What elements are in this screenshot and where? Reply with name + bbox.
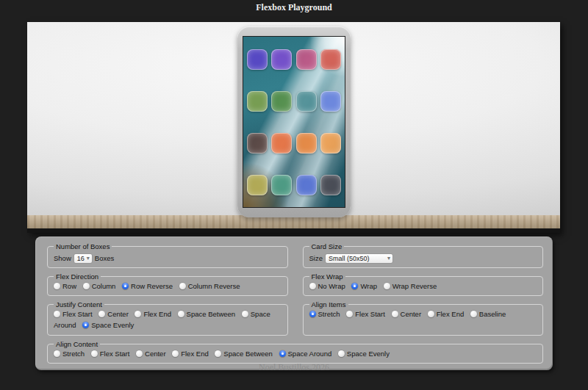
radio-label: Flex Start xyxy=(62,310,93,318)
phone-screen xyxy=(243,36,345,208)
radio-option[interactable]: Wrap Reverse xyxy=(384,282,437,290)
flex-box xyxy=(271,49,292,70)
radio-label: Space Evenly xyxy=(347,350,390,358)
radio-option[interactable]: Space Between xyxy=(215,350,273,358)
radio-icon[interactable] xyxy=(54,283,60,289)
radio-option[interactable]: Space Between xyxy=(178,310,236,318)
radio-option[interactable]: Row Reverse xyxy=(122,282,173,290)
radio-selected-icon[interactable] xyxy=(122,283,129,289)
radio-label: Space Around xyxy=(288,350,332,358)
radio-icon[interactable] xyxy=(392,311,398,317)
radio-option[interactable]: Flex End xyxy=(428,310,465,318)
radio-option[interactable]: Flex End xyxy=(172,350,209,358)
radio-icon[interactable] xyxy=(470,311,477,317)
flex-box xyxy=(296,175,317,195)
radio-group-flex-direction: Row Column Row Reverse Column Reverse xyxy=(54,281,282,292)
radio-option[interactable]: Space Evenly xyxy=(338,350,390,358)
card-size-label-before: Size xyxy=(309,254,323,262)
radio-option[interactable]: Space Around xyxy=(279,350,332,358)
radio-selected-icon[interactable] xyxy=(82,322,89,328)
radio-icon[interactable] xyxy=(172,350,179,357)
flex-box-container xyxy=(243,37,345,207)
radio-icon[interactable] xyxy=(178,311,184,317)
radio-option[interactable]: No Wrap xyxy=(309,282,345,290)
radio-icon[interactable] xyxy=(346,311,353,317)
fieldset-align-content: Align Content Stretch Flex Start Center … xyxy=(47,340,543,364)
boxes-count-select[interactable]: 16▾ xyxy=(74,253,93,264)
radio-label: Center xyxy=(401,310,422,318)
radio-label: Row xyxy=(62,282,76,290)
radio-icon[interactable] xyxy=(242,311,248,317)
radio-label: Space Evenly xyxy=(91,321,134,329)
fieldset-legend: Justify Content xyxy=(54,300,104,308)
flex-box xyxy=(271,91,292,112)
radio-option[interactable]: Center xyxy=(98,310,129,318)
select-value: 16 xyxy=(77,254,85,263)
fieldset-legend: Align Content xyxy=(54,340,100,348)
radio-icon[interactable] xyxy=(135,311,141,317)
radio-label: Space Between xyxy=(187,310,236,318)
flex-box xyxy=(320,91,341,112)
radio-icon[interactable] xyxy=(309,283,316,289)
radio-label: Stretch xyxy=(318,310,340,318)
radio-label: Flex Start xyxy=(100,350,130,358)
radio-icon[interactable] xyxy=(179,283,186,289)
radio-option[interactable]: Stretch xyxy=(54,350,85,358)
radio-icon[interactable] xyxy=(215,350,221,357)
radio-option[interactable]: Row xyxy=(54,282,76,290)
radio-selected-icon[interactable] xyxy=(279,350,286,357)
radio-icon[interactable] xyxy=(91,350,98,357)
app-root: Flexbox Playground Number of Boxes Show1… xyxy=(0,0,588,390)
fieldset-legend: Flex Direction xyxy=(54,272,101,281)
radio-label: No Wrap xyxy=(318,282,345,290)
radio-group-flex-wrap: No Wrap Wrap Wrap Reverse xyxy=(309,281,537,292)
flex-box xyxy=(296,133,317,154)
radio-option[interactable]: Baseline xyxy=(470,310,506,318)
radio-label: Space Between xyxy=(223,350,273,358)
controls-panel: Number of Boxes Show16▾Boxes Card Size S… xyxy=(35,236,553,370)
footer-credit: Noel Bustillos 2026 xyxy=(0,362,588,373)
radio-selected-icon[interactable] xyxy=(309,311,316,317)
radio-icon[interactable] xyxy=(136,350,143,357)
boxes-count-label-before: Show xyxy=(54,254,71,262)
card-size-select[interactable]: Small (50x50)▾ xyxy=(325,253,393,264)
radio-icon[interactable] xyxy=(98,311,105,317)
radio-option[interactable]: Column xyxy=(83,282,116,290)
radio-selected-icon[interactable] xyxy=(351,283,358,289)
flex-box xyxy=(247,175,268,195)
radio-icon[interactable] xyxy=(384,283,390,289)
flex-box xyxy=(320,175,341,195)
flex-box xyxy=(247,133,268,154)
boxes-count-label-after: Boxes xyxy=(95,254,114,262)
radio-option[interactable]: Flex Start xyxy=(91,350,130,358)
fieldset-flex-wrap: Flex Wrap No Wrap Wrap Wrap Reverse xyxy=(303,272,544,296)
boxes-count-row: Show16▾Boxes xyxy=(54,253,282,264)
radio-icon[interactable] xyxy=(338,350,345,357)
fieldset-legend: Number of Boxes xyxy=(54,242,112,250)
radio-icon[interactable] xyxy=(54,350,60,357)
radio-option[interactable]: Flex End xyxy=(135,310,171,318)
chevron-down-icon: ▾ xyxy=(387,254,390,263)
radio-option[interactable]: Stretch xyxy=(309,310,340,318)
radio-label: Flex End xyxy=(181,350,209,358)
radio-option[interactable]: Center xyxy=(136,350,166,358)
radio-label: Flex End xyxy=(143,310,171,318)
radio-label: Wrap Reverse xyxy=(392,282,437,290)
radio-icon[interactable] xyxy=(54,311,60,317)
radio-icon[interactable] xyxy=(428,311,434,317)
card-size-row: SizeSmall (50x50)▾ xyxy=(309,253,537,264)
radio-label: Center xyxy=(107,310,129,318)
fieldset-align-items: Align Items Stretch Flex Start Center Fl… xyxy=(303,300,544,335)
radio-option[interactable]: Column Reverse xyxy=(179,282,240,290)
flex-box xyxy=(320,49,341,70)
radio-icon[interactable] xyxy=(83,283,90,289)
radio-option[interactable]: Wrap xyxy=(351,282,377,290)
fieldset-card-size: Card Size SizeSmall (50x50)▾ xyxy=(303,242,544,268)
radio-option[interactable]: Flex Start xyxy=(346,310,385,318)
fieldset-flex-direction: Flex Direction Row Column Row Reverse Co… xyxy=(47,272,288,296)
radio-label: Baseline xyxy=(479,310,506,318)
radio-option[interactable]: Center xyxy=(392,310,422,318)
radio-option[interactable]: Space Evenly xyxy=(82,321,134,329)
radio-option[interactable]: Flex Start xyxy=(54,310,93,318)
flex-box xyxy=(271,133,292,154)
